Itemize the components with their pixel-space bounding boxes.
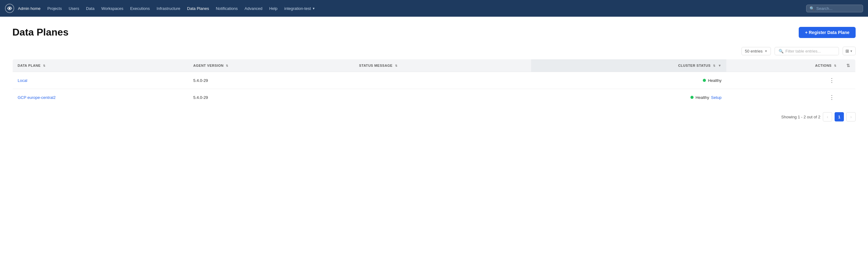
cell-extra: [841, 89, 855, 106]
data-planes-table: DATA PLANE ⇅ AGENT VERSION ⇅ STATUS MESS…: [12, 59, 856, 106]
nav-infrastructure[interactable]: Infrastructure: [153, 4, 183, 13]
pagination: Showing 1 - 2 out of 2 ‹ 1 ›: [12, 112, 856, 122]
chevron-down-icon: ▼: [312, 7, 315, 10]
page-title: Data Planes: [12, 27, 68, 38]
cluster-status-label: Healthy: [695, 95, 709, 100]
sort-icon: ⇅: [43, 64, 46, 67]
entries-selector[interactable]: 50 entries ▼: [742, 47, 771, 55]
nav-executions[interactable]: Executions: [127, 4, 153, 13]
filter-search[interactable]: 🔍: [775, 47, 839, 55]
column-toggle-icon: ⊞: [845, 48, 849, 54]
search-input[interactable]: [816, 6, 860, 11]
prev-page-button[interactable]: ‹: [823, 112, 832, 122]
nav-notifications[interactable]: Notifications: [213, 4, 241, 13]
nav-workspaces[interactable]: Workspaces: [98, 4, 126, 13]
table-header-row: DATA PLANE ⇅ AGENT VERSION ⇅ STATUS MESS…: [13, 59, 856, 72]
nav-users[interactable]: Users: [66, 4, 82, 13]
table-controls: 50 entries ▼ 🔍 ⊞ ▼: [12, 47, 856, 55]
nav-data[interactable]: Data: [83, 4, 97, 13]
status-dot: [690, 96, 693, 99]
column-toggle-button[interactable]: ⊞ ▼: [843, 47, 856, 55]
col-data-plane[interactable]: DATA PLANE ⇅: [13, 59, 188, 72]
sort-icon: ⇅: [834, 64, 837, 67]
nav-projects[interactable]: Projects: [44, 4, 65, 13]
data-plane-link[interactable]: Local: [18, 78, 27, 83]
nav-advanced[interactable]: Advanced: [242, 4, 266, 13]
next-page-button[interactable]: ›: [846, 112, 856, 122]
sort-icon: ⇅: [395, 64, 398, 67]
filter-input[interactable]: [785, 49, 835, 54]
search-icon: 🔍: [809, 6, 814, 11]
setup-link[interactable]: Setup: [711, 95, 722, 100]
app-logo: [5, 4, 14, 13]
main-content: Data Planes + Register Data Plane 50 ent…: [0, 17, 868, 131]
filter-icon[interactable]: ▼: [718, 64, 721, 67]
cell-data-plane: GCP europe-central2: [13, 89, 188, 106]
cell-agent-version: 5.4.0-29: [188, 72, 354, 89]
col-extra[interactable]: ⇅: [841, 59, 855, 72]
status-dot: [703, 79, 706, 82]
register-data-plane-button[interactable]: + Register Data Plane: [799, 27, 856, 38]
search-icon: 🔍: [779, 49, 783, 54]
nav-data-planes[interactable]: Data Planes: [184, 4, 212, 13]
showing-text: Showing 1 - 2 out of 2: [781, 115, 820, 119]
navbar: Admin home Projects Users Data Workspace…: [0, 0, 868, 17]
cluster-status-label: Healthy: [708, 78, 721, 83]
cell-extra: [841, 72, 855, 89]
cell-status-message: [354, 72, 531, 89]
entries-label: 50 entries: [745, 49, 763, 54]
cell-data-plane: Local: [13, 72, 188, 89]
nav-admin-home[interactable]: Admin home: [15, 4, 43, 13]
col-cluster-status[interactable]: CLUSTER STATUS ⇅ ▼: [531, 59, 726, 72]
more-options-button[interactable]: ⋮: [827, 76, 836, 85]
column-options-icon[interactable]: ⇅: [846, 63, 850, 68]
chevron-down-icon: ▼: [850, 49, 853, 53]
sort-icon: ⇅: [226, 64, 228, 67]
table-row: Local 5.4.0-29 Healthy ⋮: [13, 72, 856, 89]
chevron-down-icon: ▼: [764, 49, 768, 53]
svg-point-1: [9, 7, 10, 9]
cell-actions: ⋮: [726, 72, 841, 89]
cell-cluster-status: Healthy: [531, 72, 726, 89]
nav-help[interactable]: Help: [266, 4, 281, 13]
col-status-message[interactable]: STATUS MESSAGE ⇅: [354, 59, 531, 72]
more-options-button[interactable]: ⋮: [827, 93, 836, 101]
cell-agent-version: 5.4.0-29: [188, 89, 354, 106]
nav-user-menu[interactable]: integration-test ▼: [281, 4, 318, 13]
global-search[interactable]: 🔍: [806, 5, 863, 12]
col-actions: ACTIONS ⇅: [726, 59, 841, 72]
cell-cluster-status: Healthy Setup: [531, 89, 726, 106]
col-agent-version[interactable]: AGENT VERSION ⇅: [188, 59, 354, 72]
data-plane-link[interactable]: GCP europe-central2: [18, 95, 56, 100]
current-page-button[interactable]: 1: [835, 112, 844, 122]
sort-icon: ⇅: [713, 64, 716, 67]
table-row: GCP europe-central2 5.4.0-29 Healthy Set…: [13, 89, 856, 106]
cell-actions: ⋮: [726, 89, 841, 106]
page-header: Data Planes + Register Data Plane: [12, 27, 856, 38]
cell-status-message: [354, 89, 531, 106]
